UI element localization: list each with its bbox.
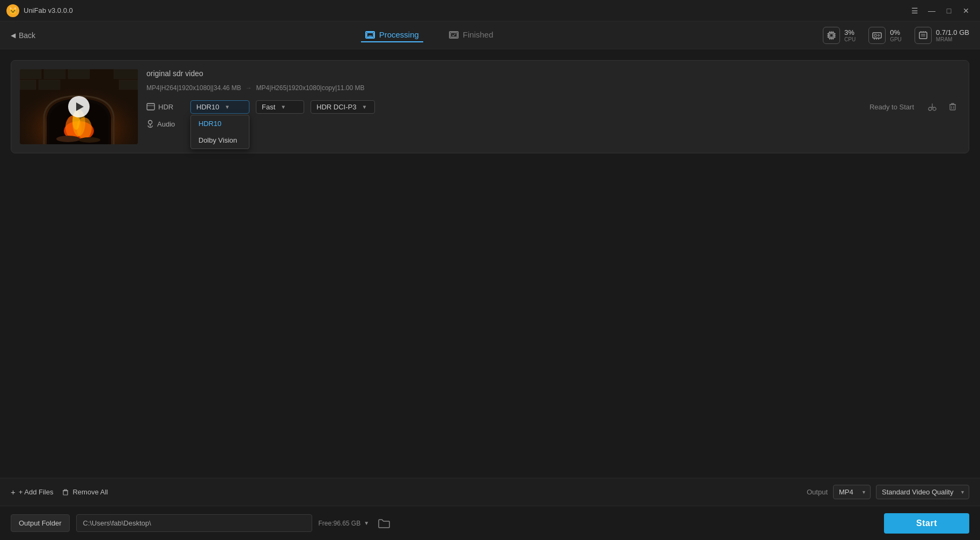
processing-tab-icon [365, 31, 375, 39]
maximize-button[interactable]: □ [941, 4, 956, 17]
svg-rect-4 [830, 34, 833, 37]
hdr-controls-row: HDR HDR10 ▼ HDR10 Dolby Vision [146, 99, 960, 114]
quality-select[interactable]: Standard Video Quality High Video Qualit… [876, 485, 969, 499]
trash-icon [948, 102, 957, 112]
remove-all-label: Remove All [72, 488, 108, 496]
tab-processing[interactable]: Processing [361, 28, 423, 42]
free-space-chevron-icon: ▼ [364, 520, 369, 526]
audio-label: Audio [146, 120, 184, 128]
hdr-icon [146, 103, 155, 110]
file-card: original sdr video MP4|H264|1920x1080||3… [11, 60, 969, 153]
svg-line-50 [932, 107, 933, 108]
free-space[interactable]: Free:96.65 GB ▼ [319, 520, 370, 527]
svg-point-37 [79, 137, 100, 143]
top-nav: ◀ Back Processing Finished [0, 21, 980, 49]
path-arrow: → [246, 84, 252, 92]
svg-rect-39 [44, 69, 65, 79]
minimize-button[interactable]: — [924, 4, 939, 17]
hdr-dropdown-menu: HDR10 Dolby Vision [190, 115, 249, 149]
processing-tab-label: Processing [379, 30, 419, 39]
output-path: MP4|H265|1920x1080|copy|11.00 MB [256, 84, 365, 92]
svg-rect-41 [114, 69, 138, 79]
app-logo: 🐱 [6, 4, 19, 17]
free-space-label: Free:96.65 GB [319, 520, 361, 527]
add-files-button[interactable]: + + Add Files [11, 487, 53, 497]
cpu-value: 3% [844, 28, 856, 36]
svg-rect-0 [367, 33, 373, 37]
output-label: Output [807, 488, 828, 496]
svg-rect-42 [20, 80, 36, 90]
start-button[interactable]: Start [884, 513, 969, 534]
cpu-stat: 3% CPU [823, 27, 856, 44]
folder-icon [378, 519, 390, 528]
color-chevron-icon: ▼ [362, 104, 367, 110]
hdr-option-dolby-vision[interactable]: Dolby Vision [191, 132, 249, 149]
hdr-chevron-icon: ▼ [225, 104, 230, 110]
output-area: Output MP4 MKV AVI MOV Standard Video Qu… [807, 485, 969, 499]
cpu-icon [823, 27, 840, 44]
svg-rect-45 [147, 103, 154, 110]
speed-value: Fast [262, 103, 275, 111]
svg-rect-53 [950, 105, 955, 110]
file-info: original sdr video MP4|H264|1920x1080||3… [146, 69, 960, 134]
hdr-dropdown-wrapper: HDR10 ▼ HDR10 Dolby Vision [190, 100, 249, 114]
browse-folder-button[interactable] [375, 515, 393, 532]
mram-icon [915, 27, 932, 44]
close-button[interactable]: ✕ [959, 4, 974, 17]
file-name: original sdr video [146, 69, 960, 78]
speed-chevron-icon: ▼ [281, 104, 286, 110]
nav-tabs: Processing Finished [35, 28, 823, 42]
file-path-row: MP4|H264|1920x1080||34.46 MB → MP4|H265|… [146, 84, 960, 92]
cut-icon [927, 102, 937, 112]
remove-all-button[interactable]: Remove All [62, 488, 108, 496]
mram-label: MRAM [936, 36, 969, 42]
tab-finished[interactable]: Finished [445, 28, 498, 42]
input-path: MP4|H264|1920x1080||34.46 MB [146, 84, 241, 92]
cpu-label: CPU [844, 36, 856, 42]
finished-tab-icon [449, 31, 459, 39]
gpu-stat: 0% GPU [868, 27, 902, 44]
quality-select-wrapper[interactable]: Standard Video Quality High Video Qualit… [876, 485, 969, 499]
hdr-option-hdr10[interactable]: HDR10 [191, 115, 249, 132]
svg-rect-18 [874, 34, 876, 36]
footer-bar: Output Folder Free:96.65 GB ▼ Start [0, 506, 980, 540]
main-content: original sdr video MP4|H264|1920x1080||3… [0, 49, 980, 463]
svg-point-56 [149, 121, 152, 124]
speed-select[interactable]: Fast ▼ [256, 100, 304, 114]
svg-rect-38 [20, 69, 41, 79]
hdr-selected-value: HDR10 [196, 103, 219, 111]
svg-rect-2 [451, 33, 457, 37]
svg-rect-40 [68, 69, 90, 79]
gpu-value: 0% [890, 28, 902, 36]
back-button[interactable]: ◀ Back [11, 31, 35, 40]
color-select[interactable]: HDR DCI-P3 ▼ [311, 100, 375, 114]
svg-rect-59 [63, 491, 68, 495]
menu-icon-btn[interactable]: ☰ [907, 4, 922, 17]
add-files-icon: + [11, 487, 16, 497]
format-select-wrapper[interactable]: MP4 MKV AVI MOV [833, 485, 871, 499]
mram-stat: 0.7/1.0 GB MRAM [915, 27, 969, 44]
color-value: HDR DCI-P3 [316, 103, 356, 111]
svg-point-19 [878, 34, 880, 36]
window-controls: ☰ — □ ✕ [907, 4, 974, 17]
status-label: Ready to Start [870, 103, 914, 111]
folder-path-input[interactable] [76, 514, 312, 532]
play-button[interactable] [68, 96, 90, 117]
format-select[interactable]: MP4 MKV AVI MOV [833, 485, 871, 499]
svg-rect-17 [873, 33, 881, 38]
trash-small-icon [62, 489, 69, 496]
finished-tab-label: Finished [463, 30, 493, 39]
title-bar: 🐱 UniFab v3.0.0.0 ☰ — □ ✕ [0, 0, 980, 21]
output-folder-button[interactable]: Output Folder [11, 514, 70, 532]
hdr-select[interactable]: HDR10 ▼ [190, 100, 249, 114]
delete-button[interactable] [945, 99, 960, 114]
video-thumbnail [20, 69, 138, 144]
cut-button[interactable] [925, 99, 940, 114]
svg-rect-44 [119, 80, 138, 90]
start-label: Start [916, 519, 937, 528]
stats-area: 3% CPU 0% GPU [823, 27, 969, 44]
audio-icon [146, 120, 154, 128]
svg-rect-23 [919, 32, 927, 39]
svg-point-36 [56, 136, 80, 142]
mram-value: 0.7/1.0 GB [936, 28, 969, 36]
